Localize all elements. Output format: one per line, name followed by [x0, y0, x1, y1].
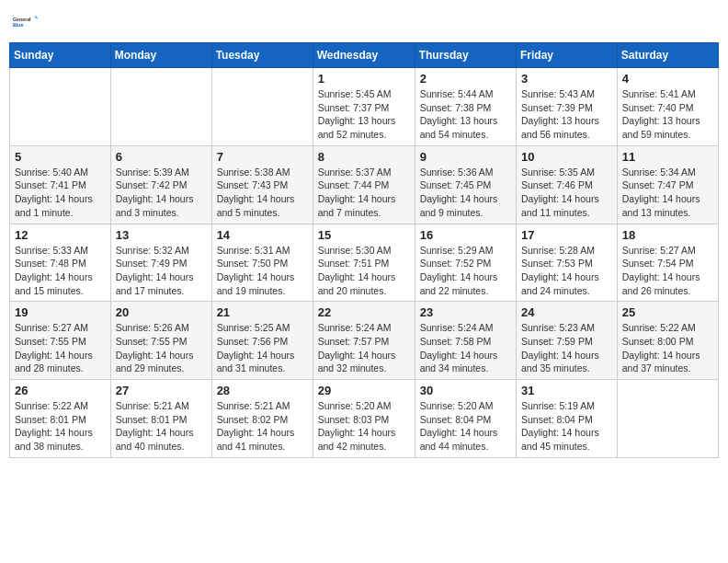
day-cell: 4Sunrise: 5:41 AMSunset: 7:40 PMDaylight… [617, 68, 718, 146]
day-cell [617, 380, 718, 458]
day-info: Sunrise: 5:43 AMSunset: 7:39 PMDaylight:… [521, 87, 612, 142]
day-header-wednesday: Wednesday [313, 43, 415, 68]
day-cell [110, 68, 211, 146]
day-number: 16 [420, 228, 511, 242]
day-info: Sunrise: 5:39 AMSunset: 7:42 PMDaylight:… [116, 166, 207, 220]
day-info: Sunrise: 5:25 AMSunset: 7:56 PMDaylight:… [217, 321, 308, 375]
day-cell: 5Sunrise: 5:40 AMSunset: 7:41 PMDaylight… [10, 145, 111, 224]
day-cell: 16Sunrise: 5:29 AMSunset: 7:52 PMDayligh… [415, 224, 516, 302]
day-cell: 15Sunrise: 5:30 AMSunset: 7:51 PMDayligh… [313, 224, 415, 302]
day-cell: 3Sunrise: 5:43 AMSunset: 7:39 PMDaylight… [517, 68, 618, 146]
day-info: Sunrise: 5:19 AMSunset: 8:04 PMDaylight:… [521, 399, 612, 454]
day-number: 22 [318, 305, 410, 319]
day-info: Sunrise: 5:44 AMSunset: 7:38 PMDaylight:… [420, 87, 511, 142]
day-number: 5 [15, 150, 106, 164]
day-cell: 1Sunrise: 5:45 AMSunset: 7:37 PMDaylight… [313, 68, 415, 146]
day-info: Sunrise: 5:29 AMSunset: 7:52 PMDaylight:… [420, 244, 511, 298]
day-info: Sunrise: 5:31 AMSunset: 7:50 PMDaylight:… [217, 244, 308, 298]
day-number: 30 [420, 384, 511, 397]
calendar-table: SundayMondayTuesdayWednesdayThursdayFrid… [9, 42, 719, 458]
day-number: 14 [217, 228, 308, 242]
day-info: Sunrise: 5:24 AMSunset: 7:58 PMDaylight:… [420, 321, 511, 375]
day-info: Sunrise: 5:38 AMSunset: 7:43 PMDaylight:… [217, 166, 308, 220]
day-cell: 22Sunrise: 5:24 AMSunset: 7:57 PMDayligh… [313, 302, 415, 380]
day-info: Sunrise: 5:22 AMSunset: 8:00 PMDaylight:… [622, 321, 713, 375]
day-number: 24 [521, 305, 612, 319]
day-cell: 30Sunrise: 5:20 AMSunset: 8:04 PMDayligh… [415, 380, 516, 458]
week-row-3: 12Sunrise: 5:33 AMSunset: 7:48 PMDayligh… [10, 224, 719, 302]
day-number: 27 [116, 384, 207, 397]
day-cell: 10Sunrise: 5:35 AMSunset: 7:46 PMDayligh… [517, 145, 618, 224]
svg-text:General: General [13, 17, 31, 22]
day-cell: 8Sunrise: 5:37 AMSunset: 7:44 PMDaylight… [313, 145, 415, 224]
day-info: Sunrise: 5:32 AMSunset: 7:49 PMDaylight:… [116, 244, 207, 298]
day-cell: 12Sunrise: 5:33 AMSunset: 7:48 PMDayligh… [10, 224, 111, 302]
day-info: Sunrise: 5:24 AMSunset: 7:57 PMDaylight:… [318, 321, 410, 375]
day-info: Sunrise: 5:34 AMSunset: 7:47 PMDaylight:… [622, 166, 713, 220]
week-row-5: 26Sunrise: 5:22 AMSunset: 8:01 PMDayligh… [10, 380, 719, 458]
day-number: 10 [521, 150, 612, 164]
day-info: Sunrise: 5:26 AMSunset: 7:55 PMDaylight:… [116, 321, 207, 375]
day-info: Sunrise: 5:22 AMSunset: 8:01 PMDaylight:… [15, 399, 106, 454]
day-cell: 24Sunrise: 5:23 AMSunset: 7:59 PMDayligh… [517, 302, 618, 380]
week-row-4: 19Sunrise: 5:27 AMSunset: 7:55 PMDayligh… [10, 302, 719, 380]
day-cell: 11Sunrise: 5:34 AMSunset: 7:47 PMDayligh… [617, 145, 718, 224]
day-number: 3 [521, 72, 612, 86]
day-cell: 14Sunrise: 5:31 AMSunset: 7:50 PMDayligh… [211, 224, 313, 302]
day-number: 20 [116, 305, 207, 319]
day-info: Sunrise: 5:45 AMSunset: 7:37 PMDaylight:… [318, 87, 410, 142]
day-number: 23 [420, 305, 511, 319]
day-header-thursday: Thursday [415, 43, 516, 68]
day-number: 19 [15, 305, 106, 319]
day-cell: 31Sunrise: 5:19 AMSunset: 8:04 PMDayligh… [517, 380, 618, 458]
day-number: 17 [521, 228, 612, 242]
day-number: 8 [318, 150, 410, 164]
day-cell: 27Sunrise: 5:21 AMSunset: 8:01 PMDayligh… [110, 380, 211, 458]
day-header-sunday: Sunday [10, 43, 111, 68]
day-cell: 17Sunrise: 5:28 AMSunset: 7:53 PMDayligh… [517, 224, 618, 302]
day-cell: 25Sunrise: 5:22 AMSunset: 8:00 PMDayligh… [617, 302, 718, 380]
day-info: Sunrise: 5:21 AMSunset: 8:02 PMDaylight:… [217, 399, 308, 454]
day-cell: 19Sunrise: 5:27 AMSunset: 7:55 PMDayligh… [10, 302, 111, 380]
day-header-tuesday: Tuesday [211, 43, 313, 68]
day-info: Sunrise: 5:27 AMSunset: 7:55 PMDaylight:… [15, 321, 106, 375]
day-number: 29 [318, 384, 410, 397]
day-cell: 21Sunrise: 5:25 AMSunset: 7:56 PMDayligh… [211, 302, 313, 380]
day-number: 4 [622, 72, 713, 86]
day-number: 13 [116, 228, 207, 242]
day-cell [10, 68, 111, 146]
day-number: 21 [217, 305, 308, 319]
day-cell: 26Sunrise: 5:22 AMSunset: 8:01 PMDayligh… [10, 380, 111, 458]
day-number: 9 [420, 150, 511, 164]
day-number: 12 [15, 228, 106, 242]
day-info: Sunrise: 5:20 AMSunset: 8:04 PMDaylight:… [420, 399, 511, 454]
day-info: Sunrise: 5:30 AMSunset: 7:51 PMDaylight:… [318, 244, 410, 298]
day-info: Sunrise: 5:35 AMSunset: 7:46 PMDaylight:… [521, 166, 612, 220]
day-cell: 7Sunrise: 5:38 AMSunset: 7:43 PMDaylight… [211, 145, 313, 224]
day-cell: 29Sunrise: 5:20 AMSunset: 8:03 PMDayligh… [313, 380, 415, 458]
day-number: 2 [420, 72, 511, 86]
day-cell: 28Sunrise: 5:21 AMSunset: 8:02 PMDayligh… [211, 380, 313, 458]
day-info: Sunrise: 5:37 AMSunset: 7:44 PMDaylight:… [318, 166, 410, 220]
day-number: 28 [217, 384, 308, 397]
week-row-1: 1Sunrise: 5:45 AMSunset: 7:37 PMDaylight… [10, 68, 719, 146]
day-number: 11 [622, 150, 713, 164]
day-info: Sunrise: 5:21 AMSunset: 8:01 PMDaylight:… [116, 399, 207, 454]
day-cell: 20Sunrise: 5:26 AMSunset: 7:55 PMDayligh… [110, 302, 211, 380]
logo: General Blue [13, 9, 39, 35]
day-cell [211, 68, 313, 146]
day-number: 7 [217, 150, 308, 164]
day-number: 1 [318, 72, 410, 86]
day-number: 25 [622, 305, 713, 319]
day-cell: 18Sunrise: 5:27 AMSunset: 7:54 PMDayligh… [617, 224, 718, 302]
week-row-2: 5Sunrise: 5:40 AMSunset: 7:41 PMDaylight… [10, 145, 719, 224]
day-cell: 13Sunrise: 5:32 AMSunset: 7:49 PMDayligh… [110, 224, 211, 302]
header: General Blue [9, 9, 719, 35]
logo-icon: General Blue [13, 9, 39, 35]
day-info: Sunrise: 5:27 AMSunset: 7:54 PMDaylight:… [622, 244, 713, 298]
day-header-friday: Friday [517, 43, 618, 68]
day-number: 6 [116, 150, 207, 164]
day-number: 15 [318, 228, 410, 242]
day-number: 26 [15, 384, 106, 397]
day-info: Sunrise: 5:40 AMSunset: 7:41 PMDaylight:… [15, 166, 106, 220]
